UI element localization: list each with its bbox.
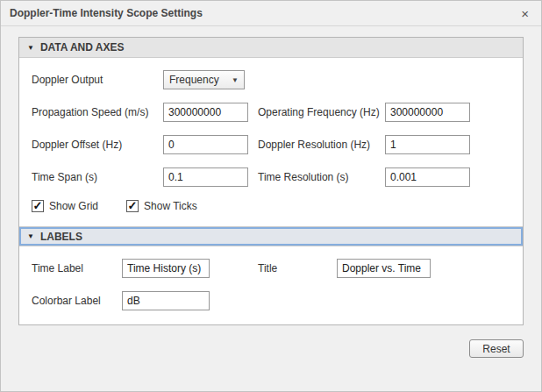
reset-button[interactable]: Reset [469,339,524,358]
caret-down-icon: ▼ [27,232,34,240]
doppler-output-label: Doppler Output [32,74,163,86]
window-title: Doppler-Time Intensity Scope Settings [10,7,203,19]
time-label-input[interactable] [122,259,210,278]
section-title-data-and-axes: DATA AND AXES [40,41,125,53]
colorbar-label-label: Colorbar Label [32,295,122,307]
show-grid-checkbox[interactable]: ✓ [32,200,44,212]
show-ticks-checkbox[interactable]: ✓ [126,200,139,212]
time-span-input[interactable] [163,167,248,187]
close-icon: × [521,6,529,21]
form-row-time-label-title: Time Label Title [32,259,510,278]
section-title-labels: LABELS [40,231,82,243]
check-icon: ✓ [33,200,43,211]
doppler-resolution-input[interactable] [385,135,470,154]
title-input[interactable] [337,259,431,278]
form-row-colorbar-label: Colorbar Label [32,291,510,310]
time-label-label: Time Label [32,262,122,274]
section-body-data-and-axes: Doppler Output Frequency ▼ Propagation S… [19,58,523,226]
time-resolution-label: Time Resolution (s) [258,171,385,183]
section-header-labels[interactable]: ▼ LABELS [19,226,523,246]
settings-panel: ▼ DATA AND AXES Doppler Output Frequency… [18,37,524,325]
show-ticks-label: Show Ticks [144,200,197,212]
operating-frequency-label: Operating Frequency (Hz) [258,106,385,118]
propagation-speed-input[interactable] [163,103,248,122]
title-label: Title [258,262,337,274]
doppler-output-dropdown[interactable]: Frequency ▼ [163,70,245,89]
show-ticks-check-group: ✓ Show Ticks [126,200,197,212]
section-header-data-and-axes[interactable]: ▼ DATA AND AXES [19,38,523,58]
propagation-speed-label: Propagation Speed (m/s) [32,106,163,118]
form-row-time-span-resolution: Time Span (s) Time Resolution (s) [32,167,510,187]
show-grid-check-group: ✓ Show Grid [32,200,98,212]
time-resolution-input[interactable] [385,167,470,187]
colorbar-label-input[interactable] [122,291,210,310]
form-row-checkboxes: ✓ Show Grid ✓ Show Ticks [32,200,510,212]
doppler-resolution-label: Doppler Resolution (Hz) [258,139,385,151]
operating-frequency-input[interactable] [385,103,470,122]
check-icon: ✓ [128,200,138,211]
doppler-offset-input[interactable] [163,135,248,154]
show-grid-label: Show Grid [49,200,98,212]
chevron-down-icon: ▼ [232,76,239,84]
caret-down-icon: ▼ [27,44,34,52]
form-row-speed-frequency: Propagation Speed (m/s) Operating Freque… [32,103,510,122]
form-row-doppler-offset-resolution: Doppler Offset (Hz) Doppler Resolution (… [32,135,510,154]
doppler-output-value: Frequency [169,74,219,86]
window-titlebar: Doppler-Time Intensity Scope Settings × [1,1,541,26]
form-row-doppler-output: Doppler Output Frequency ▼ [32,70,510,89]
close-button[interactable]: × [517,5,532,22]
time-span-label: Time Span (s) [32,171,163,183]
doppler-offset-label: Doppler Offset (Hz) [32,139,163,151]
dialog-footer: Reset [18,339,524,358]
section-body-labels: Time Label Title Colorbar Label [19,246,523,324]
